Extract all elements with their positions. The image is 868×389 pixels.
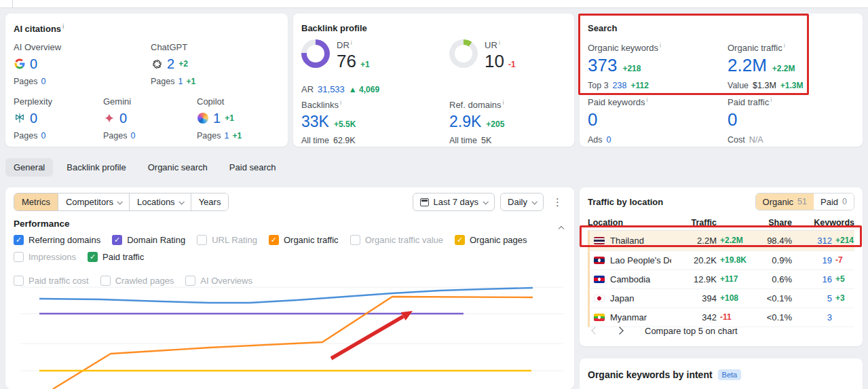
ai-citation-value[interactable]: 0: [30, 111, 37, 126]
ar-value[interactable]: 31,533: [318, 84, 345, 94]
date-range-button[interactable]: Last 7 days: [413, 193, 495, 211]
sub-value[interactable]: 0: [607, 135, 611, 145]
checkbox-label: Organic traffic: [284, 235, 339, 245]
keywords-delta: +5: [835, 274, 854, 284]
all-time-value: 5K: [481, 136, 491, 145]
locations-segment[interactable]: Locations: [130, 193, 191, 210]
chevron-down-icon: [178, 199, 184, 204]
keywords-value[interactable]: 312: [817, 236, 832, 246]
pages-delta: +1: [232, 131, 242, 141]
metrics-segment[interactable]: Metrics: [14, 193, 58, 210]
prev-page-button[interactable]: [588, 323, 603, 338]
info-icon[interactable]: i: [351, 39, 352, 46]
ai-citation-delta: +2: [178, 59, 188, 69]
stat-value[interactable]: 33K: [301, 113, 329, 131]
checkbox-organic-traffic-value[interactable]: Organic traffic value: [350, 235, 443, 245]
next-page-button[interactable]: [612, 323, 627, 338]
ai-citation-value[interactable]: 0: [30, 56, 37, 72]
keywords-delta: -7: [835, 255, 854, 265]
info-icon[interactable]: i: [340, 99, 341, 106]
tab-organic-search[interactable]: Organic search: [140, 158, 216, 177]
ai-citation-value[interactable]: 0: [119, 111, 127, 126]
checkbox-organic-pages[interactable]: Organic pages: [455, 235, 527, 245]
checkbox-domain-rating[interactable]: Domain Rating: [112, 235, 185, 245]
traffic-delta: +117: [720, 274, 750, 284]
info-icon[interactable]: i: [784, 42, 785, 49]
stat-value[interactable]: 2.2M: [728, 55, 767, 76]
ai-citation-item: ChatGPT2+2Pages1+1: [151, 42, 195, 86]
share-value: <0.1%: [750, 293, 792, 303]
traffic-delta: +108: [720, 293, 750, 303]
location-row-cambodia[interactable]: Cambodia12.9K+1170.6%16+5: [588, 270, 854, 289]
granularity-button[interactable]: Daily: [500, 193, 544, 211]
location-table: Location Traffic Share Keywords Thailand…: [588, 215, 854, 327]
checkbox-url-rating[interactable]: URL Rating: [197, 235, 257, 245]
ai-citations-title: AI citationsi: [14, 23, 64, 34]
keywords-value[interactable]: 19: [823, 255, 832, 265]
location-table-header: Location Traffic Share Keywords: [588, 215, 854, 231]
paid-toggle[interactable]: Paid0: [814, 193, 854, 210]
tab-paid-search[interactable]: Paid search: [221, 158, 284, 177]
tab-backlink-profile[interactable]: Backlink profile: [58, 158, 134, 177]
top-header-remnant: [0, 0, 868, 8]
section-tabs: GeneralBacklink profileOrganic searchPai…: [5, 158, 284, 177]
stat-delta: +205: [486, 119, 504, 129]
traffic-value: 394: [702, 293, 717, 303]
checkbox-icon: [112, 235, 122, 245]
backlink-profile-card: Backlink profile DRi 76+1 URi 10-1 AR 31…: [293, 14, 574, 147]
tab-general[interactable]: General: [5, 158, 53, 177]
ur-value: 10: [485, 51, 504, 72]
stat-value[interactable]: 0: [728, 109, 737, 130]
annotation-arrow: [331, 316, 403, 358]
location-row-laos[interactable]: Lao People's Democratic Reput20.2K+19.8K…: [588, 251, 854, 270]
more-options-button[interactable]: ⋮: [549, 196, 566, 208]
chevron-down-icon: [117, 199, 122, 204]
years-segment[interactable]: Years: [191, 193, 229, 210]
stat-value[interactable]: 0: [588, 109, 597, 130]
domain-rating-block: DRi 76+1: [301, 39, 370, 72]
compare-top5-link[interactable]: Compare top 5 on chart: [645, 326, 738, 336]
chevron-up-icon: [559, 226, 564, 231]
pages-value[interactable]: 1: [224, 131, 229, 141]
sub-value[interactable]: 238: [613, 81, 627, 90]
organic-toggle[interactable]: Organic51: [756, 193, 814, 210]
info-icon[interactable]: i: [503, 99, 504, 106]
sub-label: Value: [728, 81, 749, 90]
pages-value[interactable]: 1: [178, 77, 183, 86]
series-organic-traffic: [53, 297, 533, 389]
pages-label: Pages: [151, 77, 174, 86]
search-stat-item: Paid traffici0CostN/A: [728, 96, 772, 145]
pages-value[interactable]: 0: [41, 77, 45, 86]
ar-label: AR: [301, 84, 314, 94]
keywords-value[interactable]: 16: [823, 274, 832, 284]
ref-domains-stat: Ref. domainsi2.9K+205All time5K: [449, 99, 504, 145]
performance-line-chart: [5, 265, 574, 389]
checkbox-referring-domains[interactable]: Referring domains: [14, 235, 100, 245]
info-icon[interactable]: i: [770, 96, 772, 103]
ai-citation-value[interactable]: 1: [213, 111, 221, 126]
search-title: Search: [588, 23, 617, 33]
pages-value[interactable]: 0: [41, 131, 45, 141]
sub-value: $1.3M: [753, 81, 776, 90]
checkbox-organic-traffic[interactable]: Organic traffic: [269, 235, 339, 245]
checkbox-paid-traffic[interactable]: Paid traffic: [88, 252, 144, 262]
stat-value[interactable]: 373: [588, 55, 617, 76]
ai-citation-value[interactable]: 2: [167, 56, 174, 72]
checkbox-impressions[interactable]: Impressions: [14, 252, 76, 262]
pages-value[interactable]: 0: [130, 131, 135, 141]
keywords-value[interactable]: 5: [827, 293, 832, 303]
competitors-segment[interactable]: Competitors: [58, 193, 130, 210]
info-icon[interactable]: i: [660, 42, 661, 49]
location-row-thailand[interactable]: Thailand2.2M+2.2M98.4%312+214: [588, 231, 854, 251]
collapse-section-button[interactable]: [559, 221, 563, 234]
checkbox-icon: [197, 235, 207, 245]
info-icon[interactable]: i: [499, 39, 500, 46]
perplexity-icon: [14, 112, 26, 124]
gemini-icon: [103, 112, 115, 124]
location-row-japan[interactable]: Japan394+108<0.1%5+3: [588, 289, 854, 308]
pages-label: Pages: [197, 131, 221, 141]
info-icon[interactable]: i: [647, 96, 648, 103]
stat-value[interactable]: 2.9K: [449, 113, 481, 131]
info-icon[interactable]: i: [62, 23, 64, 30]
thailand-flag-icon: [594, 237, 605, 244]
